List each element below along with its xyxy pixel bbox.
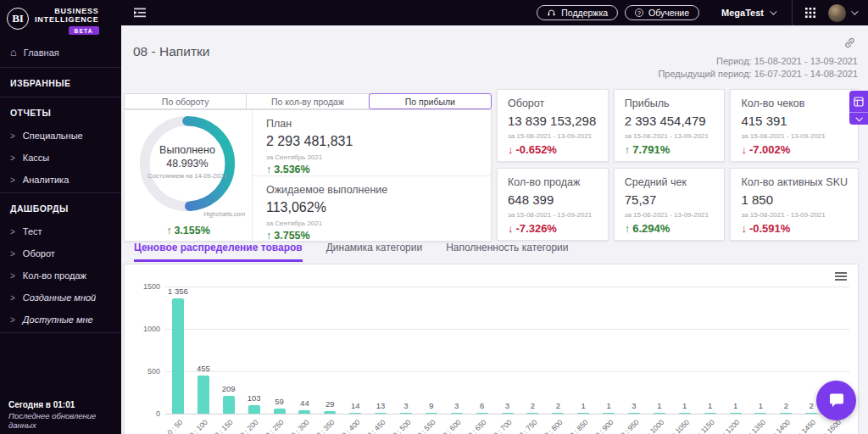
chart-tab[interactable]: Ценовое распределение товаров <box>134 242 303 262</box>
bar[interactable] <box>502 413 514 414</box>
user-menu[interactable] <box>828 4 856 22</box>
sidebar-item-home[interactable]: ⌂ Главная <box>0 40 121 65</box>
plan-details: План 2 293 481,831 за Сентябрь 2021 ↑3.5… <box>252 110 491 241</box>
chart-tab[interactable]: Наполненность категории <box>446 242 568 262</box>
bar-cell: 29 <box>317 287 342 414</box>
chart-tab[interactable]: Динамика категории <box>326 242 422 262</box>
bars-container: 1 35645520910359442914133936322113111112… <box>165 287 849 414</box>
chevron-down-icon <box>851 8 858 14</box>
sidebar-item[interactable]: >Доступные мне <box>0 309 121 331</box>
kpi-delta: ↑7.791% <box>625 143 715 156</box>
sidebar-item-label: Кассы <box>23 153 49 163</box>
sidebar-item[interactable]: >Кол-во продаж <box>0 264 121 287</box>
kpi-value: 75,37 <box>625 192 715 207</box>
bar[interactable] <box>654 413 665 414</box>
bar-value-label: 1 <box>759 401 763 410</box>
sidebar-item[interactable]: >Оборот <box>0 242 121 264</box>
indent-menu-icon <box>133 7 147 19</box>
highcharts-credit[interactable]: Highcharts.com <box>203 211 245 217</box>
bar-cell: 209 <box>216 287 242 414</box>
bar[interactable] <box>349 413 361 414</box>
kpi-period: за 15-08-2021 - 13-09-2021 <box>625 211 715 219</box>
kpi-title: Прибыль <box>625 97 715 109</box>
bar-value-label: 59 <box>275 397 284 406</box>
plan-tab[interactable]: По прибыли <box>369 93 492 109</box>
chat-bubble-icon <box>826 391 847 411</box>
main-content: 08 - Напитки Период: 15-08-2021 - 13-09-… <box>121 25 868 434</box>
app: BI BUSINESS INTELLIGENCE BETA ⌂ Главная … <box>0 0 868 434</box>
bar[interactable] <box>400 413 412 414</box>
bar[interactable] <box>375 413 387 414</box>
sidebar-item[interactable]: >Кассы <box>0 147 121 169</box>
x-axis-cell: 1300 : 1350 <box>748 415 773 434</box>
bar-value-label: 3 <box>403 401 408 410</box>
kpi-value: 648 399 <box>508 192 598 207</box>
bar-cell: 103 <box>242 287 267 414</box>
sidebar-item-label: Оборот <box>23 248 55 259</box>
chart-menu-button[interactable] <box>835 272 847 282</box>
training-button[interactable]: ? Обучение <box>625 5 699 20</box>
sidebar-toggle-button[interactable] <box>133 7 147 19</box>
bar-cell: 6 <box>470 287 495 414</box>
expected-section: Ожидаемое выполнение 113,062% за Сентябр… <box>253 176 491 242</box>
collapse-panel-button[interactable] <box>849 112 868 125</box>
account-menu[interactable]: MegaTest <box>721 8 775 18</box>
table-view-button[interactable] <box>849 91 868 112</box>
bi-logo-icon: BI <box>7 8 29 30</box>
bar[interactable] <box>679 413 691 414</box>
chevron-right-icon: > <box>10 153 15 163</box>
bar-cell: 1 <box>647 287 672 414</box>
bar[interactable] <box>780 413 792 414</box>
bar-value-label: 3 <box>632 401 636 410</box>
bar[interactable] <box>754 413 766 414</box>
bar[interactable] <box>248 405 260 414</box>
bar[interactable] <box>704 413 716 414</box>
chevron-right-icon: > <box>10 175 15 185</box>
bar[interactable] <box>805 413 817 414</box>
bar[interactable] <box>324 411 336 414</box>
bar[interactable] <box>526 413 538 414</box>
kpi-period: за 15-08-2021 - 13-09-2021 <box>625 132 715 140</box>
bar-value-label: 44 <box>300 398 309 408</box>
x-axis-cell: 100 : 150 <box>216 415 242 434</box>
x-axis-cell: 400 : 450 <box>368 415 393 434</box>
sidebar-item[interactable]: >Специальные <box>0 125 121 147</box>
bar[interactable] <box>476 413 488 414</box>
bar-value-label: 3 <box>454 401 459 410</box>
bar-value-label: 3 <box>505 401 509 410</box>
share-link-button[interactable] <box>843 36 856 53</box>
support-button[interactable]: Поддержка <box>537 5 618 20</box>
apps-grid-button[interactable] <box>804 7 816 19</box>
bar[interactable] <box>730 413 742 414</box>
bar[interactable] <box>172 298 184 414</box>
bar[interactable] <box>426 413 437 414</box>
bar[interactable] <box>451 413 463 414</box>
bar[interactable] <box>603 413 615 414</box>
chevron-right-icon: > <box>10 131 15 141</box>
sidebar-item-label: Тест <box>23 226 42 236</box>
gauge-panel: Выполнено 48.993% Состоянием на 14-09-20… <box>125 110 252 241</box>
bar-value-label: 209 <box>222 384 236 393</box>
sidebar-item[interactable]: >Аналитика <box>0 169 121 191</box>
plan-tab[interactable]: По обороту <box>124 93 247 109</box>
sidebar-item[interactable]: >Тест <box>0 220 121 242</box>
bar[interactable] <box>274 409 286 414</box>
headset-icon <box>547 8 556 18</box>
bar[interactable] <box>577 413 589 414</box>
bar[interactable] <box>552 413 564 414</box>
kpi-delta: ↓-7.002% <box>741 143 848 156</box>
bar[interactable] <box>198 376 209 415</box>
plan-tab[interactable]: По кол-ву продаж <box>246 93 369 109</box>
plan-value: 2 293 481,831 <box>266 134 477 149</box>
x-axis-cell: 550 : 600 <box>444 415 470 434</box>
bar[interactable] <box>223 396 235 414</box>
arrow-up-icon: ↑ <box>266 164 271 175</box>
plan-tabs: По оборотуПо кол-ву продажПо прибыли <box>124 93 492 109</box>
sidebar-section-title: ИЗБРАННЫЕ <box>0 70 121 95</box>
bar[interactable] <box>298 410 310 414</box>
chat-widget-button[interactable] <box>816 381 856 420</box>
bar[interactable] <box>628 413 640 414</box>
sidebar-item[interactable]: >Созданные мной <box>0 287 121 309</box>
x-axis-cell: 300 : 350 <box>317 415 342 434</box>
kpi-delta-value: -0.652% <box>516 143 557 156</box>
